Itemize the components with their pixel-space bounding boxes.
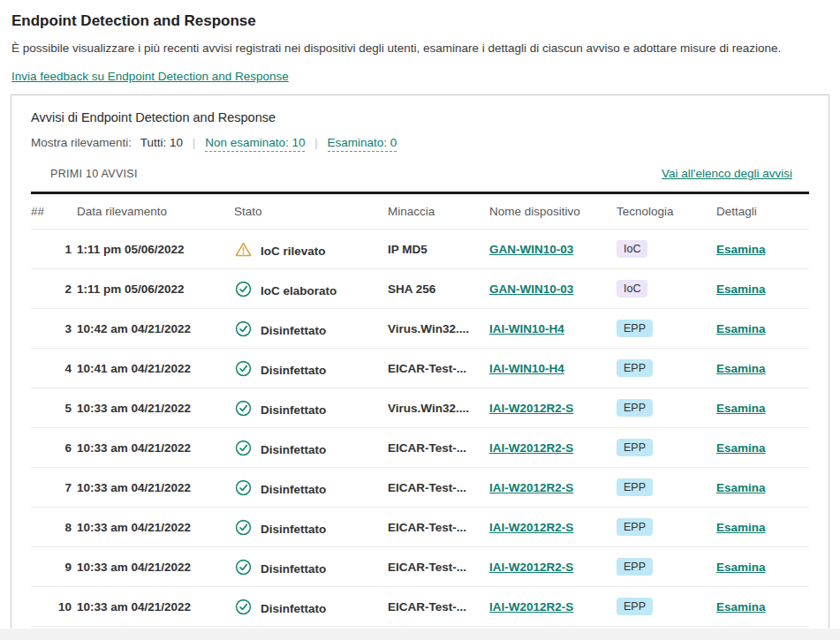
column-header-date: Data rilevamento [77, 205, 234, 218]
status-cell: Disinfettato [234, 598, 388, 615]
filter-separator: | [314, 136, 318, 149]
threat-name: EICAR-Test-... [388, 521, 489, 534]
status-label: Disinfettato [261, 483, 326, 496]
table-row: 9 10:33 am 04/21/2022 Disinfettato EICAR… [31, 547, 809, 587]
status-label: Disinfettato [261, 403, 326, 417]
table-row: 3 10:42 am 04/21/2022 Disinfettato Virus… [31, 309, 809, 349]
check-circle-icon [234, 558, 252, 576]
row-number: 9 [31, 561, 77, 574]
detection-date: 10:41 am 04/21/2022 [77, 362, 234, 375]
technology-badge: IoC [617, 280, 647, 298]
examine-link[interactable]: Esamina [716, 322, 766, 335]
device-link[interactable]: IAI-W2012R2-S [489, 402, 573, 415]
column-header-tech: Tecnologia [617, 205, 716, 218]
detection-date: 10:33 am 04/21/2022 [77, 600, 234, 614]
threat-name: EICAR-Test-... [388, 481, 489, 494]
status-label: Disinfettato [261, 324, 326, 337]
examine-link[interactable]: Esamina [716, 362, 766, 375]
device-link[interactable]: IAI-WIN10-H4 [489, 322, 564, 335]
row-number: 6 [31, 441, 77, 455]
device-link[interactable]: GAN-WIN10-03 [489, 282, 573, 296]
technology-badge: EPP [617, 558, 653, 576]
status-label: IoC rilevato [261, 245, 326, 258]
check-circle-icon [234, 478, 252, 496]
technology-badge: EPP [617, 359, 653, 378]
page-bottom-strip [0, 629, 840, 640]
feedback-link[interactable]: Invia feedback su Endpoint Detection and… [11, 70, 289, 83]
device-link[interactable]: GAN-WIN10-03 [489, 243, 573, 256]
status-label: Disinfettato [261, 562, 326, 576]
status-cell: IoC rilevato [234, 240, 388, 258]
device-link[interactable]: IAI-W2012R2-S [489, 441, 573, 455]
filter-all[interactable]: Tutti: 10 [140, 136, 183, 149]
row-number: 8 [31, 521, 77, 534]
column-header-threat: Minaccia [388, 205, 489, 218]
technology-badge: EPP [617, 439, 653, 457]
threat-name: IP MD5 [388, 243, 489, 256]
status-cell: IoC elaborato [234, 280, 388, 297]
page-header: Endpoint Detection and Response È possib… [0, 0, 840, 87]
threat-name: EICAR-Test-... [388, 600, 489, 614]
detections-filter: Mostra rilevamenti: Tutti: 10 | Non esam… [31, 136, 809, 149]
technology-badge: IoC [617, 240, 647, 259]
device-link[interactable]: IAI-W2012R2-S [489, 481, 573, 494]
edr-alerts-card: Avvisi di Endpoint Detection and Respons… [11, 94, 829, 640]
technology-badge: EPP [617, 518, 653, 537]
table-body: 1 1:11 pm 05/06/2022 IoC rilevato IP MD5… [31, 230, 809, 627]
examine-link[interactable]: Esamina [716, 600, 766, 614]
status-label: Disinfettato [261, 443, 326, 456]
column-header-details: Dettagli [716, 205, 809, 218]
detection-date: 1:11 pm 05/06/2022 [77, 243, 234, 256]
filter-examined[interactable]: Esaminato: 0 [328, 136, 397, 152]
status-cell: Disinfettato [234, 359, 388, 377]
technology-badge: EPP [617, 399, 653, 418]
examine-link[interactable]: Esamina [716, 282, 766, 296]
threat-name: SHA 256 [388, 282, 489, 296]
device-link[interactable]: IAI-W2012R2-S [489, 561, 573, 574]
examine-link[interactable]: Esamina [716, 441, 766, 455]
technology-badge: EPP [617, 320, 653, 338]
table-row: 6 10:33 am 04/21/2022 Disinfettato EICAR… [31, 428, 809, 468]
row-number: 7 [31, 481, 77, 494]
examine-link[interactable]: Esamina [716, 402, 766, 415]
goto-alerts-list-link[interactable]: Vai all'elenco degli avvisi [662, 167, 792, 180]
alerts-table: ## Data rilevamento Stato Minaccia Nome … [31, 192, 809, 627]
examine-link[interactable]: Esamina [716, 561, 766, 574]
row-number: 2 [31, 282, 77, 296]
status-label: Disinfettato [261, 364, 326, 377]
status-label: Disinfettato [261, 523, 326, 536]
device-link[interactable]: IAI-W2012R2-S [489, 521, 573, 534]
threat-name: EICAR-Test-... [388, 362, 489, 375]
status-label: IoC elaborato [261, 284, 337, 297]
check-circle-icon [234, 518, 252, 536]
detection-date: 10:33 am 04/21/2022 [77, 402, 234, 415]
device-link[interactable]: IAI-WIN10-H4 [489, 362, 564, 375]
table-row: 2 1:11 pm 05/06/2022 IoC elaborato SHA 2… [31, 269, 809, 309]
card-title: Avvisi di Endpoint Detection and Respons… [31, 110, 809, 124]
check-circle-icon [234, 439, 252, 456]
table-header-row: ## Data rilevamento Stato Minaccia Nome … [31, 194, 809, 230]
check-circle-icon [234, 399, 252, 417]
status-cell: Disinfettato [234, 478, 388, 496]
status-label: Disinfettato [261, 602, 326, 615]
table-row: 4 10:41 am 04/21/2022 Disinfettato EICAR… [31, 349, 809, 388]
detection-date: 10:33 am 04/21/2022 [77, 521, 234, 534]
column-header-num: ## [31, 205, 77, 218]
threat-name: EICAR-Test-... [388, 441, 489, 455]
toplist-title: PRIMI 10 AVVISI [50, 168, 138, 180]
device-link[interactable]: IAI-W2012R2-S [489, 600, 573, 614]
row-number: 1 [31, 243, 77, 256]
examine-link[interactable]: Esamina [716, 521, 766, 534]
detection-date: 10:33 am 04/21/2022 [77, 441, 234, 455]
table-row: 8 10:33 am 04/21/2022 Disinfettato EICAR… [31, 508, 809, 547]
status-cell: Disinfettato [234, 399, 388, 417]
filter-label: Mostra rilevamenti: [31, 136, 132, 149]
table-row: 1 1:11 pm 05/06/2022 IoC rilevato IP MD5… [31, 230, 809, 269]
detection-date: 10:42 am 04/21/2022 [77, 322, 234, 335]
filter-not-examined[interactable]: Non esaminato: 10 [205, 136, 305, 152]
examine-link[interactable]: Esamina [716, 243, 766, 256]
technology-badge: EPP [617, 598, 653, 616]
row-number: 4 [31, 362, 77, 375]
row-number: 3 [31, 322, 77, 335]
examine-link[interactable]: Esamina [716, 481, 766, 494]
